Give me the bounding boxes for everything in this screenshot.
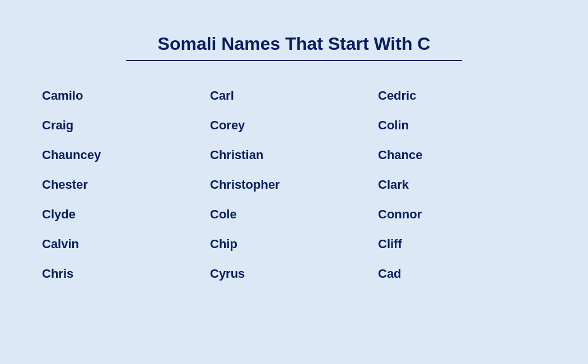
list-item: Christian: [210, 140, 378, 170]
list-item: Cyrus: [210, 259, 378, 288]
names-grid: CamiloCarlCedricCraigCoreyColinChaunceyC…: [42, 81, 546, 288]
list-item: Cad: [378, 259, 546, 288]
list-item: Chauncey: [42, 140, 210, 170]
list-item: Cole: [210, 199, 378, 229]
list-item: Chip: [210, 229, 378, 259]
list-item: Calvin: [42, 229, 210, 259]
list-item: Colin: [378, 110, 546, 140]
list-item: Chance: [378, 140, 546, 170]
list-item: Carl: [210, 81, 378, 110]
list-item: Camilo: [42, 81, 210, 110]
title-divider: [126, 60, 462, 61]
list-item: Cliff: [378, 229, 546, 259]
list-item: Clyde: [42, 199, 210, 229]
page-title: Somali Names That Start With C: [158, 34, 431, 54]
list-item: Craig: [42, 110, 210, 140]
list-item: Cedric: [378, 81, 546, 110]
list-item: Corey: [210, 110, 378, 140]
list-item: Chris: [42, 259, 210, 288]
list-item: Clark: [378, 170, 546, 199]
list-item: Connor: [378, 199, 546, 229]
list-item: Chester: [42, 170, 210, 199]
list-item: Christopher: [210, 170, 378, 199]
